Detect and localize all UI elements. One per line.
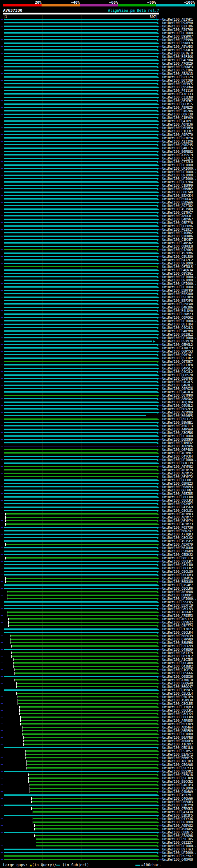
subject-extension-line [159,134,162,135]
alignment-bar [4,70,157,71]
alignment-bar [4,540,157,541]
subject-left-extension-mark [1,94,3,94]
subject-extension-line [159,703,162,704]
alignment-bar [4,442,157,443]
subject-left-extension-mark [1,392,3,392]
alignment-bar [33,818,157,819]
subject-extension-line [159,277,162,277]
subject-extension-line [159,581,162,582]
alignment-bar [4,364,157,366]
subject-extension-line [159,723,162,724]
alignment-end-arrow-icon [157,520,159,522]
alignment-end-arrow-icon [157,405,159,407]
subject-extension-line [159,493,162,494]
alignment-bar [4,547,157,548]
subject-left-extension-mark [1,859,3,860]
subject-left-extension-mark [1,297,3,298]
alignment-end-arrow-icon [157,635,159,638]
alignment-bar [4,252,157,254]
alignment-bar [12,655,157,657]
alignment-end-arrow-icon [157,567,159,570]
subject-left-extension-mark [1,344,3,345]
alignment-bar [13,662,157,663]
subject-left-extension-mark [1,676,3,677]
alignment-bar [24,744,157,745]
subject-extension-line [159,87,162,88]
subject-left-extension-mark [1,696,3,697]
subject-left-extension-mark [1,263,3,264]
alignment-bar [4,130,157,132]
alignment-end-arrow-icon [157,151,159,153]
subject-extension-line [159,629,162,629]
alignment-bar [4,93,157,95]
alignment-end-arrow-icon [157,113,159,116]
alignment-end-arrow-icon [157,377,159,380]
alignment-bar [18,703,157,704]
alignment-end-arrow-icon [157,448,159,451]
alignment-end-arrow-icon [157,547,159,549]
subject-left-extension-mark [1,487,3,487]
alignment-end-arrow-icon [157,69,159,72]
alignment-end-arrow-icon [157,456,159,458]
subject-left-extension-mark [1,520,3,521]
subject-left-extension-mark [1,568,3,568]
alignment-bar [4,80,157,81]
alignment-bar [4,378,157,379]
alignment-bar [4,249,157,250]
alignment-bar [4,425,157,427]
alignment-end-arrow-icon [157,591,159,593]
alignment-end-arrow-icon [157,42,159,45]
alignment-bar [4,429,157,430]
subject-extension-line [159,656,162,656]
alignment-end-arrow-icon [157,655,159,658]
alignment-end-arrow-icon [157,720,159,722]
alignment-end-arrow-icon [157,669,159,671]
alignment-end-arrow-icon [157,469,159,471]
alignment-end-arrow-icon [157,215,159,217]
alignment-end-arrow-icon [157,262,159,265]
alignment-end-arrow-icon [157,303,159,305]
subject-extension-line [159,53,162,54]
alignment-bar [20,710,157,711]
alignment-end-arrow-icon [157,828,159,831]
subject-left-extension-mark [1,236,3,237]
alignment-bar [4,374,157,376]
subject-extension-line [159,324,162,324]
alignment-bar [4,795,157,796]
hit-label[interactable]: UniRef100_Q4DPQ8 [162,858,193,861]
subject-left-extension-mark [1,575,3,575]
subject-left-extension-mark [1,365,3,365]
subject-extension-line [159,94,162,94]
subject-left-extension-mark [1,26,3,27]
subject-extension-line [159,141,162,142]
subject-left-extension-mark [1,805,3,805]
alignment-end-arrow-icon [157,86,159,89]
subject-extension-line [159,751,162,751]
subject-left-extension-mark [1,703,3,704]
alignment-bar [4,527,157,528]
alignment-end-arrow-icon [157,80,159,82]
alignment-bar [4,242,157,244]
subject-extension-line [159,39,162,40]
alignment-bar [4,832,157,833]
alignment-bar [20,706,157,708]
alignment-end-arrow-icon [157,652,159,654]
alignment-bar [4,388,157,389]
alignment-end-arrow-icon [157,350,159,353]
alignment-end-arrow-icon [157,232,159,234]
alignment-end-arrow-icon [157,273,159,275]
alignment-bar [4,500,157,501]
alignment-end-arrow-icon [157,49,159,52]
subject-extension-line [159,405,162,406]
subject-extension-line [159,541,162,541]
subject-extension-line [159,127,162,128]
scale-bar-icon [135,865,140,866]
alignment-bar [36,842,157,843]
subject-left-extension-mark [1,87,3,88]
alignment-bar [4,53,157,54]
subject-extension-line [159,649,162,650]
subject-left-extension-mark [1,602,3,602]
subject-left-extension-mark [1,202,3,203]
alignment-end-arrow-icon [157,73,159,75]
subject-left-extension-mark [1,717,3,717]
